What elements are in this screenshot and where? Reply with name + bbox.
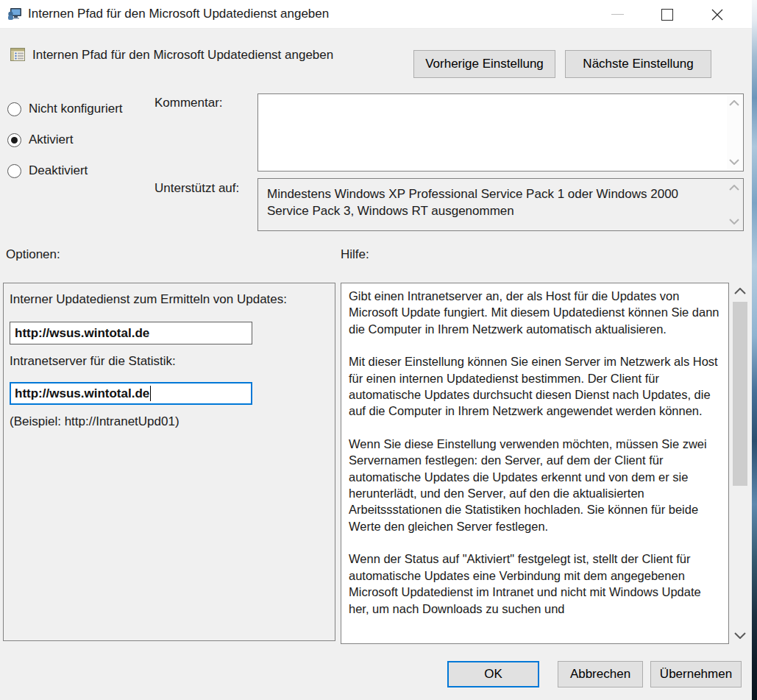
- radio-label: Deaktiviert: [29, 163, 88, 178]
- update-service-label: Interner Updatedienst zum Ermitteln von …: [10, 292, 287, 307]
- help-scrollbar[interactable]: [731, 283, 749, 643]
- maximize-button[interactable]: [650, 0, 684, 29]
- update-service-input[interactable]: http://wsus.wintotal.de: [10, 322, 252, 344]
- supported-on-value: Mindestens Windows XP Professional Servi…: [267, 187, 678, 218]
- supported-scrollbar[interactable]: [727, 180, 742, 230]
- radio-circle-icon: [7, 133, 21, 147]
- radio-disabled[interactable]: Deaktiviert: [7, 163, 88, 179]
- apply-button[interactable]: Übernehmen: [650, 661, 742, 687]
- comment-scrollbar[interactable]: [727, 95, 742, 170]
- statistics-server-label: Intranetserver für die Statistik:: [10, 354, 176, 369]
- previous-setting-button[interactable]: Vorherige Einstellung: [413, 50, 555, 78]
- window-title: Internen Pfad für den Microsoft Updatedi…: [28, 7, 329, 21]
- scroll-down-icon: [734, 632, 746, 639]
- options-panel: Interner Updatedienst zum Ermitteln von …: [3, 283, 335, 641]
- help-paragraph: Wenn Sie diese Einstellung verwenden möc…: [349, 436, 722, 534]
- help-text-box[interactable]: Gibt einen Intranetserver an, der als Ho…: [341, 283, 729, 644]
- example-label: (Beispiel: http://IntranetUpd01): [10, 414, 180, 429]
- update-service-value: http://wsus.wintotal.de: [15, 326, 149, 341]
- setting-title: Internen Pfad für den Microsoft Updatedi…: [32, 48, 333, 63]
- scroll-up-icon: [729, 100, 739, 106]
- minimize-icon: [611, 14, 624, 15]
- scroll-up-icon: [734, 288, 746, 294]
- scroll-down-icon: [729, 159, 739, 165]
- radio-label: Aktiviert: [29, 132, 73, 147]
- radio-enabled[interactable]: Aktiviert: [7, 132, 73, 148]
- scroll-up-icon: [729, 185, 739, 191]
- options-heading: Optionen:: [6, 247, 60, 262]
- help-paragraph: Wenn der Status auf "Aktiviert" festgele…: [349, 551, 722, 617]
- text-caret: [150, 386, 151, 401]
- scroll-down-icon: [729, 219, 739, 225]
- policy-setting-icon: [10, 48, 25, 61]
- scrollbar-thumb[interactable]: [733, 302, 747, 486]
- statistics-server-value: http://wsus.wintotal.de: [15, 386, 149, 401]
- cancel-button[interactable]: Abbrechen: [558, 661, 643, 687]
- help-heading: Hilfe:: [341, 247, 369, 262]
- statistics-server-input[interactable]: http://wsus.wintotal.de: [10, 382, 252, 405]
- maximize-icon: [661, 9, 673, 21]
- radio-circle-icon: [7, 164, 21, 178]
- close-button[interactable]: [700, 0, 734, 29]
- radio-label: Nicht konfiguriert: [29, 102, 123, 116]
- radio-circle-icon: [7, 102, 21, 116]
- comment-textarea[interactable]: [257, 93, 744, 172]
- help-paragraph: Mit dieser Einstellung können Sie einen …: [349, 353, 722, 420]
- comment-label: Kommentar:: [154, 96, 223, 110]
- minimize-button[interactable]: [600, 0, 634, 29]
- policy-dialog-window: Internen Pfad für den Microsoft Updatedi…: [0, 0, 752, 700]
- next-setting-button[interactable]: Nächste Einstellung: [565, 50, 711, 78]
- policy-computer-icon: [7, 7, 22, 21]
- close-icon: [711, 8, 724, 21]
- supported-on-label: Unterstützt auf:: [154, 181, 239, 196]
- titlebar: Internen Pfad für den Microsoft Updatedi…: [0, 0, 752, 29]
- help-paragraph: Gibt einen Intranetserver an, der als Ho…: [349, 288, 722, 337]
- desktop-background-strip: [752, 0, 757, 700]
- radio-not-configured[interactable]: Nicht konfiguriert: [7, 101, 123, 117]
- ok-button[interactable]: OK: [447, 661, 539, 687]
- supported-on-box: Mindestens Windows XP Professional Servi…: [257, 178, 744, 231]
